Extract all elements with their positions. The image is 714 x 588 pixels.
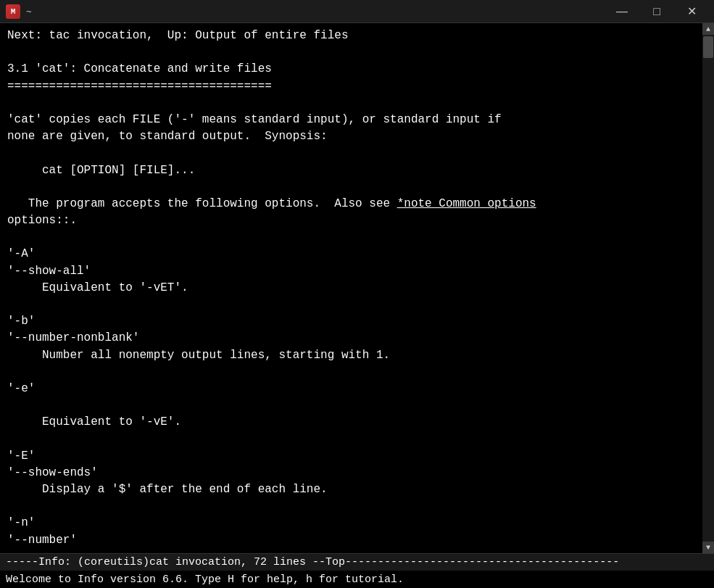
common-options-link[interactable]: *note Common options: [397, 197, 536, 210]
line24: Equivalent to '-vE'.: [7, 415, 181, 428]
line9: cat [OPTION] [FILE]...: [7, 164, 195, 177]
line12: options::.: [7, 214, 77, 227]
title-bar: M ~ — □ ✕: [0, 0, 714, 23]
line6: 'cat' copies each FILE ('-' means standa…: [7, 113, 502, 126]
title-bar-controls: — □ ✕: [605, 0, 708, 23]
line16: Equivalent to '-vET'.: [7, 281, 188, 294]
line14: '-A': [7, 247, 35, 260]
line26: '-E': [7, 450, 35, 463]
scroll-up-button[interactable]: ▲: [702, 23, 714, 35]
line3: 3.1 'cat': Concatenate and write files: [7, 62, 272, 75]
scroll-track[interactable]: [702, 35, 714, 542]
line22: '-e': [7, 382, 35, 395]
line27: '--show-ends': [7, 466, 98, 479]
title-bar-left: M ~: [6, 4, 605, 19]
info-text: Welcome to Info version 6.6. Type H for …: [6, 573, 404, 586]
line1: Next: tac invocation, Up: Output of enti…: [7, 29, 348, 42]
line7: none are given, to standard output. Syno…: [7, 130, 328, 143]
scrollbar: ▲ ▼: [702, 23, 714, 553]
line28: Display a '$' after the end of each line…: [7, 483, 328, 496]
status-bar: -----Info: (coreutils)cat invocation, 72…: [0, 553, 714, 571]
line15: '--show-all': [7, 265, 91, 278]
scrollbar-container: Next: tac invocation, Up: Output of enti…: [0, 23, 714, 553]
title-text: ~: [26, 6, 32, 17]
line19: '--number-nonblank': [7, 331, 139, 344]
scroll-down-button[interactable]: ▼: [702, 542, 714, 553]
line11-prefix: The program accepts the following option…: [7, 197, 397, 210]
minimize-button[interactable]: —: [605, 0, 639, 23]
info-bar: Welcome to Info version 6.6. Type H for …: [0, 571, 714, 588]
line20: Number all nonempty output lines, starti…: [7, 349, 390, 362]
line31: '--number': [7, 534, 77, 547]
line30: '-n': [7, 516, 35, 529]
main-window: M ~ — □ ✕ Next: tac invocation, Up: Outp…: [0, 0, 714, 588]
app-icon: M: [6, 4, 20, 19]
line4: ======================================: [7, 80, 272, 93]
content-area[interactable]: Next: tac invocation, Up: Output of enti…: [0, 23, 702, 553]
status-text: -----Info: (coreutils)cat invocation, 72…: [6, 556, 619, 568]
line18: '-b': [7, 315, 35, 328]
scroll-thumb[interactable]: [703, 36, 713, 58]
close-button[interactable]: ✕: [675, 0, 708, 23]
maximize-button[interactable]: □: [640, 0, 673, 23]
